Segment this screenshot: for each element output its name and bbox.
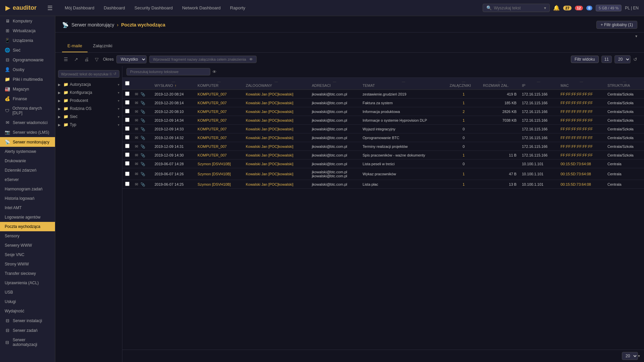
row-checkbox[interactable]	[125, 182, 129, 186]
print-icon[interactable]: 🖨	[83, 56, 91, 63]
row-checkbox-cell[interactable]	[122, 125, 132, 133]
row-checkbox-cell[interactable]	[122, 168, 132, 180]
copy-icon[interactable]: ⎘	[110, 72, 112, 76]
row-komputer[interactable]: KOMPUTER_007	[195, 125, 243, 133]
expand-icon-konfiguracja[interactable]: ▶	[58, 91, 62, 95]
sidebar-item-urzadzenia[interactable]: 📱 Urządzenia	[0, 36, 55, 45]
refresh-icon[interactable]: ↺	[633, 57, 637, 62]
sidebar-item-intel-amt[interactable]: Intel AMT	[0, 203, 55, 213]
tree-item-producent[interactable]: ▶ 📁 Producent ▾	[55, 97, 122, 105]
tree-search-input[interactable]	[61, 72, 108, 76]
page-size-select[interactable]: 20	[614, 55, 631, 63]
sidebar-item-drukowanie[interactable]: Drukowanie	[0, 156, 55, 166]
row-komputer[interactable]: KOMPUTER_007	[195, 142, 243, 151]
row-checkbox[interactable]	[125, 144, 129, 148]
sidebar-item-oprogramowanie[interactable]: ⊟ Oprogramowanie	[0, 55, 55, 65]
hamburger-menu[interactable]: ☰	[47, 4, 53, 12]
sidebar-item-osoby[interactable]: 👤 Osoby	[0, 65, 55, 74]
col-mac[interactable]: — MAC	[558, 78, 605, 90]
row-komputer[interactable]: KOMPUTER_007	[195, 90, 243, 99]
sidebar-item-komputery[interactable]: 🖥 Komputery	[0, 16, 55, 26]
row-komputer[interactable]: Szymon [DSVH10B]	[195, 168, 243, 180]
row-komputer[interactable]: Szymon [DSVH10B]	[195, 160, 243, 168]
sidebar-item-dzienniki[interactable]: Dzienniki zdarzeń	[0, 166, 55, 175]
nav-raporty[interactable]: Raporty	[226, 3, 250, 12]
attachment-search[interactable]: 👁	[149, 56, 257, 63]
table-wrapper[interactable]: — WYSŁANO ↑ — KOMPUTER —	[122, 78, 644, 350]
table-row[interactable]: ✉ 📎 2019-12-20 08:10 KOMPUTER_007 Kowals…	[122, 107, 644, 116]
tree-item-typ[interactable]: ▶ 📁 Typ ▾	[55, 121, 122, 129]
nav-security-dashboard[interactable]: Security Dashboard	[130, 3, 177, 12]
row-checkbox-cell[interactable]	[122, 116, 132, 125]
tree-search[interactable]: ⎘ ↺	[58, 70, 119, 78]
row-checkbox[interactable]	[125, 135, 129, 139]
nav-mon-dashboard[interactable]: Mój Dashboard	[61, 3, 98, 12]
select-all-checkbox[interactable]	[125, 81, 129, 85]
col-temat[interactable]: — TEMAT	[360, 78, 447, 90]
col-rozmiar[interactable]: — ROZMIAR ZAŁ.	[480, 78, 519, 90]
sidebar-item-logowanie-agentow[interactable]: Logowanie agentów	[0, 213, 55, 222]
row-checkbox-cell[interactable]	[122, 151, 132, 160]
row-checkbox[interactable]	[125, 126, 129, 131]
tab-zalaczniki[interactable]: Załączniki	[88, 40, 118, 52]
expand-icon-siec[interactable]: ▶	[58, 115, 62, 119]
col-zalaczniki[interactable]: — ZAŁĄCZNIKI	[447, 78, 480, 90]
col-struktura[interactable]: — STRUKTURA	[605, 78, 644, 90]
row-komputer[interactable]: KOMPUTER_007	[195, 99, 243, 107]
sidebar-item-serwer-zadan[interactable]: ⊟ Serwer zadań	[0, 325, 55, 335]
expand-icon-rodzina-os[interactable]: ▶	[58, 107, 62, 111]
reset-icon[interactable]: ↺	[113, 72, 116, 76]
table-row[interactable]: ✉ 📎 2019-06-07 14:28 Szymon [DSVH10B] Ko…	[122, 160, 644, 168]
bell-icon[interactable]: 🔔	[553, 5, 560, 11]
sidebar-item-siec[interactable]: 🌐 Sieć	[0, 45, 55, 55]
row-checkbox-cell[interactable]	[122, 90, 132, 99]
col-adresaci[interactable]: — ADRESACI	[309, 78, 360, 90]
nav-dashboard[interactable]: Dashboard	[100, 3, 129, 12]
col-search-input[interactable]	[126, 68, 210, 75]
sidebar-item-wirtualizacja[interactable]: ⊞ Wirtualizacja	[0, 26, 55, 36]
row-checkbox[interactable]	[125, 109, 129, 113]
tree-item-autoryzacja[interactable]: ▶ 📁 Autoryzacja ▾	[55, 80, 122, 88]
tree-item-siec[interactable]: ▶ 📁 Sieć ▾	[55, 113, 122, 121]
period-select[interactable]: Wszystko	[116, 55, 147, 63]
view-filter-button[interactable]: Filtr widoku	[571, 56, 599, 63]
table-row[interactable]: ✉ 📎 2019-12-20 08:14 KOMPUTER_007 Kowals…	[122, 99, 644, 107]
sidebar-item-historia[interactable]: Historia logowań	[0, 194, 55, 203]
col-ip[interactable]: — IP	[519, 78, 558, 90]
global-search[interactable]: 🔍 ▾	[483, 4, 550, 12]
expand-icon-typ[interactable]: ▶	[58, 123, 62, 127]
row-checkbox[interactable]	[125, 100, 129, 105]
attachment-search-input[interactable]	[153, 57, 247, 61]
table-row[interactable]: ✉ 📎 2019-12-09 14:33 KOMPUTER_007 Kowals…	[122, 125, 644, 133]
table-row[interactable]: ✉ 📎 2019-12-20 08:24 KOMPUTER_007 Kowals…	[122, 90, 644, 99]
filter-icon[interactable]: ▽	[93, 56, 100, 63]
tree-item-konfiguracja[interactable]: ▶ 📁 Konfiguracja ▾	[55, 88, 122, 97]
sidebar-item-magazyn[interactable]: 🏭 Magazyn	[0, 84, 55, 94]
table-row[interactable]: ✉ 📎 2019-12-09 14:31 KOMPUTER_007 Kowals…	[122, 142, 644, 151]
sidebar-item-serwer-instalacji[interactable]: ⊟ Serwer instalacji	[0, 316, 55, 325]
row-komputer[interactable]: KOMPUTER_007	[195, 116, 243, 125]
list-icon[interactable]: ☰	[62, 56, 70, 63]
col-zalogowany[interactable]: — ZALOGOWANY	[243, 78, 309, 90]
sidebar-item-serwer-automatyzacji[interactable]: ⊟ Serwer automatyzacji	[0, 335, 55, 349]
sidebar-item-transfer[interactable]: Transfer sieciowy	[0, 269, 55, 278]
table-row[interactable]: ✉ 📎 2019-12-09 14:32 KOMPUTER_007 Kowals…	[122, 133, 644, 142]
page-size-select-bottom[interactable]: 20	[622, 352, 638, 360]
row-checkbox-cell[interactable]	[122, 180, 132, 189]
tab-emaile[interactable]: E-maile	[62, 40, 88, 52]
row-checkbox-cell[interactable]	[122, 133, 132, 142]
row-checkbox[interactable]	[125, 161, 129, 166]
table-row[interactable]: ✉ 📎 2019-06-07 14:25 Szymon [DSVH10B] Ko…	[122, 180, 644, 189]
sidebar-item-poczta-wychodzaca[interactable]: Poczta wychodząca	[0, 222, 55, 231]
col-eye-icon[interactable]: 👁	[212, 69, 217, 74]
sidebar-item-sensory[interactable]: Sensory	[0, 231, 55, 241]
expand-icon-producent[interactable]: ▶	[58, 99, 62, 103]
filtr-globalny-button[interactable]: + Filtr globalny (1)	[596, 21, 637, 29]
tree-item-rodzina-os[interactable]: ▶ 📁 Rodzina OS ▾	[55, 105, 122, 113]
lang-switcher[interactable]: PL | EN	[625, 6, 639, 10]
chevron-up-icon[interactable]: ▾	[635, 34, 637, 39]
sidebar-item-wydajnosc[interactable]: Wydajność	[0, 306, 55, 316]
col-komputer[interactable]: — KOMPUTER	[195, 78, 243, 90]
row-checkbox-cell[interactable]	[122, 160, 132, 168]
row-checkbox-cell[interactable]	[122, 99, 132, 107]
